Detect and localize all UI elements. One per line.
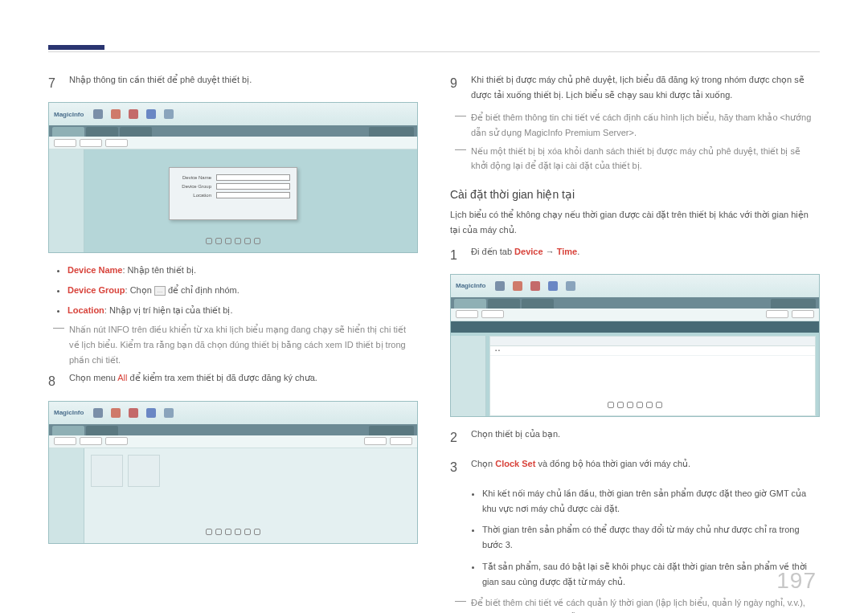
t: Chọn bbox=[471, 459, 495, 468]
two-column-layout: 7 Nhập thông tin cần thiết để phê duyệt … bbox=[48, 72, 820, 613]
bullet-device-group: Device Group: Chọn … để chỉ định nhóm. bbox=[68, 283, 418, 298]
step-1: 1 Đi đến tab Device → Time. bbox=[450, 244, 820, 266]
step-8: 8 Chọn menu All để kiểm tra xem thiết bị… bbox=[48, 370, 418, 392]
note-time-management: Để biết thêm chi tiết về cách quản lý th… bbox=[455, 595, 820, 613]
all-keyword: All bbox=[117, 373, 127, 382]
header-rule bbox=[48, 51, 820, 52]
text: : Chọn bbox=[125, 285, 154, 295]
t: Đi đến tab bbox=[471, 247, 514, 256]
screenshot-device-time: MagicInfo ▪ ▪ bbox=[450, 274, 820, 417]
step-7: 7 Nhập thông tin cần thiết để phê duyệt … bbox=[48, 72, 418, 94]
dlg-label: Device Group bbox=[176, 184, 211, 189]
top-icon bbox=[93, 109, 103, 119]
sub-bullet: Tắt sản phẩm, sau đó bật lại sẽ khôi phụ… bbox=[482, 559, 820, 589]
ss-toolbar-button bbox=[105, 139, 128, 147]
page-number: 197 bbox=[776, 568, 817, 594]
time-label: Time bbox=[557, 247, 577, 256]
field-description-list: Device Name: Nhập tên thiết bị. Device G… bbox=[68, 263, 418, 317]
ss-approval-dialog: Device Name Device Group Location bbox=[169, 167, 297, 220]
dlg-input bbox=[216, 192, 290, 198]
ss-logo: MagicInfo bbox=[54, 409, 84, 416]
top-icon bbox=[164, 109, 174, 119]
note-device-removed: Nếu một thiết bị bị xóa khỏi danh sách t… bbox=[455, 144, 820, 174]
step-number: 8 bbox=[48, 370, 59, 392]
sub-bullet: Thời gian trên sản phẩm có thể được thay… bbox=[482, 522, 820, 552]
ss-toolbar-button bbox=[54, 139, 76, 147]
info-note: Nhấn nút INFO trên điều khiển từ xa khi … bbox=[53, 322, 418, 367]
step-text: Đi đến tab Device → Time. bbox=[471, 244, 820, 260]
device-tile bbox=[128, 455, 160, 487]
device-tile bbox=[91, 455, 123, 487]
dlg-input bbox=[216, 174, 290, 181]
ss-toolbar-button bbox=[80, 139, 102, 147]
screenshot-approval-dialog: MagicInfo bbox=[48, 102, 418, 253]
t: Chọn menu bbox=[69, 373, 117, 382]
note-text: Nhấn nút INFO trên điều khiển từ xa khi … bbox=[69, 322, 418, 367]
step-text: Khi thiết bị được máy chủ phê duyệt, lịc… bbox=[471, 72, 820, 102]
section-intro: Lịch biểu có thể không chạy nếu thời gia… bbox=[450, 207, 820, 237]
step-number: 7 bbox=[48, 72, 59, 94]
dlg-label: Location bbox=[176, 193, 211, 198]
step-3: 3 Chọn Clock Set và đồng bộ hóa thời gia… bbox=[450, 456, 820, 478]
top-icon bbox=[111, 109, 121, 119]
step-text: Chọn thiết bị của bạn. bbox=[471, 427, 820, 442]
ss-tab bbox=[86, 127, 118, 137]
step-2: 2 Chọn thiết bị của bạn. bbox=[450, 427, 820, 448]
ss-logo: MagicInfo bbox=[54, 111, 84, 118]
step-9: 9 Khi thiết bị được máy chủ phê duyệt, l… bbox=[450, 72, 820, 102]
text: : Nhập vị trí hiện tại của thiết bị. bbox=[104, 305, 233, 315]
step-text: Chọn menu All để kiểm tra xem thiết bị đ… bbox=[69, 370, 418, 386]
step-text: Chọn Clock Set và đồng bộ hóa thời gian … bbox=[471, 456, 820, 472]
step-number: 9 bbox=[450, 72, 461, 94]
t: để kiểm tra xem thiết bị đã được đăng ký… bbox=[130, 373, 317, 382]
t: và đồng bộ hóa thời gian với máy chủ. bbox=[535, 459, 690, 468]
dlg-input bbox=[216, 183, 290, 190]
top-icon bbox=[129, 109, 138, 119]
bullet-device-name: Device Name: Nhập tên thiết bị. bbox=[68, 263, 418, 278]
dash-icon bbox=[53, 328, 64, 329]
t: . bbox=[577, 247, 579, 256]
header-accent bbox=[48, 45, 104, 50]
step-number: 1 bbox=[450, 244, 461, 266]
note-schedule-guide: Để biết thêm thông tin chi tiết về cách … bbox=[455, 110, 820, 140]
clock-set-label: Clock Set bbox=[495, 459, 535, 468]
sub-bullet: Khi kết nối máy chủ lần đầu, thời gian t… bbox=[482, 486, 820, 516]
ss-tab bbox=[52, 127, 84, 137]
step-text: Nhập thông tin cần thiết để phê duyệt th… bbox=[69, 72, 418, 88]
t: Nếu một thiết bị bị xóa khỏi danh sách t… bbox=[471, 144, 820, 174]
device-label: Device bbox=[514, 247, 542, 256]
left-column: 7 Nhập thông tin cần thiết để phê duyệt … bbox=[48, 72, 418, 613]
text: để chỉ định nhóm. bbox=[166, 285, 240, 295]
top-icon bbox=[146, 109, 156, 119]
text: : Nhập tên thiết bị. bbox=[123, 265, 197, 275]
step-number: 3 bbox=[450, 456, 461, 478]
section-title: Cài đặt thời gian hiện tại bbox=[450, 188, 820, 201]
step-number: 2 bbox=[450, 427, 461, 448]
t: Để biết thêm thông tin chi tiết về cách … bbox=[471, 110, 820, 140]
bullet-location: Location: Nhập vị trí hiện tại của thiết… bbox=[68, 303, 418, 318]
label: Device Group bbox=[68, 285, 125, 295]
group-select-icon: … bbox=[154, 286, 166, 296]
ss-tab bbox=[369, 127, 414, 137]
time-notes-list: Khi kết nối máy chủ lần đầu, thời gian t… bbox=[482, 486, 820, 589]
right-column: 9 Khi thiết bị được máy chủ phê duyệt, l… bbox=[450, 72, 820, 613]
arrow: → bbox=[543, 247, 557, 256]
label: Device Name bbox=[68, 265, 123, 275]
ss-logo: MagicInfo bbox=[456, 282, 485, 289]
t: Để biết thêm chi tiết về cách quản lý th… bbox=[471, 595, 820, 613]
label: Location bbox=[68, 305, 104, 315]
ss-tab bbox=[120, 127, 152, 137]
dlg-label: Device Name bbox=[176, 175, 211, 180]
screenshot-all-menu: MagicInfo bbox=[48, 401, 418, 544]
